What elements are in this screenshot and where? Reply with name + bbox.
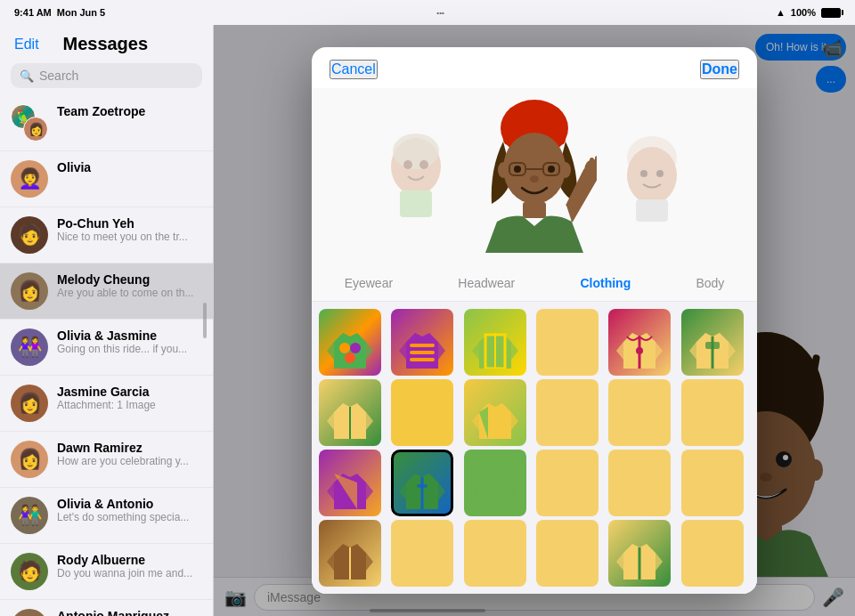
conv-info: Antonio Manriquez	[57, 609, 202, 616]
avatar: 👩	[11, 441, 48, 478]
conv-info: Olivia & Antonio Let's do something spec…	[57, 497, 202, 523]
preview-right-svg	[615, 126, 690, 224]
clothing-item[interactable]	[608, 450, 671, 516]
sidebar: Edit Messages 🔍 Search 🦜 👩 Team	[0, 25, 214, 616]
search-placeholder: Search	[39, 69, 78, 83]
tab-eyewear[interactable]: Eyewear	[336, 272, 402, 294]
conv-info: Olivia & Jasmine Going on this ride... i…	[57, 328, 202, 355]
conv-info: Jasmine Garcia Attachment: 1 Image	[57, 385, 202, 411]
svg-point-18	[393, 134, 439, 169]
conv-info: Team Zoetrope	[57, 104, 202, 118]
svg-rect-43	[636, 199, 668, 222]
clothing-item[interactable]	[681, 309, 744, 376]
avatar: 👩	[11, 272, 48, 310]
list-item[interactable]: 👩 Jasmine Garcia Attachment: 1 Image	[0, 376, 213, 432]
conv-preview: Let's do something specia...	[57, 511, 202, 523]
svg-point-31	[498, 162, 509, 178]
conv-name: Jasmine Garcia	[57, 385, 202, 399]
clothing-item[interactable]	[536, 379, 598, 446]
conv-preview: Nice to meet you on the tr...	[57, 231, 202, 243]
edit-button[interactable]: Edit	[14, 36, 39, 53]
scroll-indicator	[203, 303, 207, 338]
list-item[interactable]: 👭 Olivia & Jasmine Going on this ride...…	[0, 320, 213, 376]
avatar: 👭	[11, 328, 48, 366]
svg-point-40	[627, 147, 677, 204]
preview-area	[312, 88, 757, 265]
tab-body[interactable]: Body	[687, 272, 733, 294]
svg-point-28	[514, 166, 521, 173]
clothing-item[interactable]	[536, 450, 598, 516]
tab-headwear[interactable]: Headwear	[449, 272, 524, 294]
memoji-editor-modal: Cancel Done	[312, 47, 757, 594]
status-time: 9:41 AM	[14, 7, 52, 18]
cancel-button[interactable]: Cancel	[330, 60, 378, 79]
preview-right	[615, 126, 690, 224]
clothing-item[interactable]	[391, 520, 453, 587]
clothing-item[interactable]	[608, 520, 671, 587]
conv-info: Melody Cheung Are you able to come on th…	[57, 272, 202, 299]
ipad-screen: Edit Messages 🔍 Search 🦜 👩 Team	[0, 25, 855, 616]
clothing-item[interactable]	[608, 379, 671, 446]
battery-label: 100%	[791, 7, 816, 18]
svg-point-41	[640, 170, 647, 177]
conv-preview: How are you celebrating y...	[57, 455, 202, 467]
clothing-item[interactable]	[681, 450, 744, 516]
search-bar[interactable]: 🔍 Search	[11, 63, 202, 88]
list-item[interactable]: 👩‍🦱 Olivia	[0, 151, 213, 207]
avatar: 👩	[11, 385, 48, 422]
avatar: 🧑	[11, 216, 48, 254]
svg-rect-54	[417, 484, 428, 488]
clothing-item[interactable]	[464, 450, 526, 516]
svg-rect-47	[410, 344, 435, 347]
clothing-item[interactable]	[319, 309, 381, 376]
clothing-item[interactable]	[464, 520, 526, 587]
conv-info: Dawn Ramirez How are you celebrating y..…	[57, 441, 202, 467]
clothing-item[interactable]	[681, 520, 744, 587]
list-item[interactable]: 🧑 Antonio Manriquez	[0, 600, 213, 616]
conv-name: Rody Albuerne	[57, 553, 202, 567]
clothing-item[interactable]	[536, 309, 598, 376]
list-item[interactable]: 🧑 Rody Albuerne Do you wanna join me and…	[0, 544, 213, 600]
svg-rect-33	[523, 202, 546, 218]
modal-overlay: Cancel Done	[214, 25, 855, 616]
list-item[interactable]: 👩 Dawn Ramirez How are you celebrating y…	[0, 432, 213, 488]
svg-rect-36	[595, 156, 597, 170]
clothing-grid	[312, 302, 757, 594]
conv-info: Po-Chun Yeh Nice to meet you on the tr..…	[57, 216, 202, 243]
clothing-item[interactable]	[391, 309, 453, 376]
conv-preview: Going on this ride... if you...	[57, 343, 202, 355]
clothing-item[interactable]	[464, 309, 526, 376]
tab-clothing[interactable]: Clothing	[571, 272, 639, 294]
status-date: Mon Jun 5	[57, 7, 105, 18]
clothing-item[interactable]	[319, 379, 381, 446]
clothing-item-selected[interactable]	[391, 450, 453, 516]
list-item[interactable]: 🦜 👩 Team Zoetrope	[0, 95, 213, 151]
clothing-item[interactable]	[608, 309, 671, 376]
done-button[interactable]: Done	[700, 60, 739, 79]
conv-name: Olivia & Jasmine	[57, 328, 202, 343]
list-item[interactable]: 👩 Melody Cheung Are you able to come on …	[0, 263, 213, 320]
clothing-item[interactable]	[391, 379, 453, 446]
list-item[interactable]: 👫 Olivia & Antonio Let's do something sp…	[0, 488, 213, 544]
conv-name: Team Zoetrope	[57, 104, 202, 118]
category-tabs: Eyewear Headwear Clothing Body	[312, 265, 757, 302]
main-content: Oh! How is it... ... 📹	[214, 25, 855, 616]
clothing-item[interactable]	[319, 450, 381, 516]
avatar: 👩‍🦱	[11, 160, 48, 198]
status-bar: 9:41 AM Mon Jun 5 ••• ▲ 100%	[0, 0, 855, 25]
clothing-item[interactable]	[319, 520, 381, 587]
svg-rect-48	[410, 351, 435, 354]
sidebar-header: Edit Messages	[0, 25, 213, 60]
list-item[interactable]: 🧑 Po-Chun Yeh Nice to meet you on the tr…	[0, 207, 213, 263]
clothing-item[interactable]	[464, 379, 526, 446]
conv-preview: Do you wanna join me and...	[57, 567, 202, 580]
clothing-item[interactable]	[681, 379, 744, 446]
svg-point-30	[530, 175, 539, 182]
avatar: 🧑	[11, 609, 48, 616]
conv-name: Olivia	[57, 160, 202, 174]
status-right: ▲ 100%	[776, 7, 841, 18]
conv-info: Rody Albuerne Do you wanna join me and..…	[57, 553, 202, 580]
search-icon: 🔍	[20, 69, 34, 83]
svg-rect-21	[400, 190, 432, 217]
clothing-item[interactable]	[536, 520, 598, 587]
